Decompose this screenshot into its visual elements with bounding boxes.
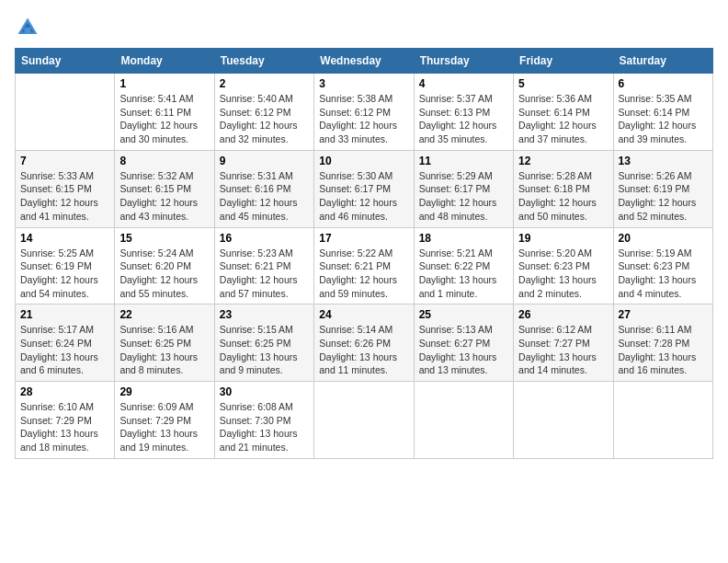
day-number: 5 [518,77,608,90]
calendar-cell: 18Sunrise: 5:21 AM Sunset: 6:22 PM Dayli… [414,227,513,304]
calendar-cell: 26Sunrise: 6:12 AM Sunset: 7:27 PM Dayli… [514,304,613,382]
cell-content: Sunrise: 5:14 AM Sunset: 6:26 PM Dayligh… [319,323,408,377]
header-saturday: Saturday [613,49,712,74]
week-row-4: 28Sunrise: 6:10 AM Sunset: 7:29 PM Dayli… [16,382,713,459]
calendar-cell: 5Sunrise: 5:36 AM Sunset: 6:14 PM Daylig… [514,74,613,151]
cell-content: Sunrise: 5:41 AM Sunset: 6:11 PM Dayligh… [119,92,209,146]
day-number: 18 [419,232,508,245]
day-number: 4 [419,77,508,90]
page-header [15,15,713,40]
cell-content: Sunrise: 5:35 AM Sunset: 6:14 PM Dayligh… [619,92,708,146]
day-number: 14 [20,232,109,245]
header-row: SundayMondayTuesdayWednesdayThursdayFrid… [16,49,713,74]
cell-content: Sunrise: 5:31 AM Sunset: 6:16 PM Dayligh… [220,169,309,224]
week-row-2: 14Sunrise: 5:25 AM Sunset: 6:19 PM Dayli… [16,227,713,304]
calendar-cell: 14Sunrise: 5:25 AM Sunset: 6:19 PM Dayli… [16,227,115,304]
day-number: 21 [20,308,109,321]
cell-content: Sunrise: 5:23 AM Sunset: 6:21 PM Dayligh… [220,247,309,301]
cell-content: Sunrise: 5:16 AM Sunset: 6:25 PM Dayligh… [119,323,209,377]
day-number: 7 [20,155,109,167]
calendar-cell: 28Sunrise: 6:10 AM Sunset: 7:29 PM Dayli… [16,382,115,459]
day-number: 2 [220,77,309,90]
calendar-cell: 24Sunrise: 5:14 AM Sunset: 6:26 PM Dayli… [314,304,414,382]
calendar-header: SundayMondayTuesdayWednesdayThursdayFrid… [16,49,713,74]
cell-content: Sunrise: 5:30 AM Sunset: 6:17 PM Dayligh… [319,169,408,224]
calendar-cell: 22Sunrise: 5:16 AM Sunset: 6:25 PM Dayli… [115,304,214,382]
cell-content: Sunrise: 5:29 AM Sunset: 6:17 PM Dayligh… [419,169,508,224]
calendar-cell: 15Sunrise: 5:24 AM Sunset: 6:20 PM Dayli… [115,227,214,304]
day-number: 3 [319,77,408,90]
svg-rect-2 [25,28,31,34]
day-number: 9 [220,155,309,167]
calendar-cell: 30Sunrise: 6:08 AM Sunset: 7:30 PM Dayli… [214,382,313,459]
calendar-cell: 8Sunrise: 5:32 AM Sunset: 6:15 PM Daylig… [115,150,214,227]
day-number: 13 [619,155,708,167]
header-wednesday: Wednesday [314,49,414,74]
day-number: 23 [220,308,309,321]
calendar-cell: 27Sunrise: 6:11 AM Sunset: 7:28 PM Dayli… [613,304,712,382]
day-number: 27 [619,308,708,321]
calendar-cell: 7Sunrise: 5:33 AM Sunset: 6:15 PM Daylig… [16,150,115,227]
calendar-cell: 4Sunrise: 5:37 AM Sunset: 6:13 PM Daylig… [414,74,513,151]
cell-content: Sunrise: 5:28 AM Sunset: 6:18 PM Dayligh… [518,169,608,224]
cell-content: Sunrise: 5:21 AM Sunset: 6:22 PM Dayligh… [419,247,508,301]
day-number: 6 [619,77,708,90]
day-number: 1 [119,77,209,90]
cell-content: Sunrise: 5:15 AM Sunset: 6:25 PM Dayligh… [220,323,309,377]
header-sunday: Sunday [16,49,115,74]
calendar-cell: 3Sunrise: 5:38 AM Sunset: 6:12 PM Daylig… [314,74,414,151]
header-tuesday: Tuesday [214,49,313,74]
day-number: 25 [419,308,508,321]
week-row-0: 1Sunrise: 5:41 AM Sunset: 6:11 PM Daylig… [16,74,713,151]
day-number: 28 [20,385,109,398]
calendar-cell: 12Sunrise: 5:28 AM Sunset: 6:18 PM Dayli… [514,150,613,227]
calendar-cell: 17Sunrise: 5:22 AM Sunset: 6:21 PM Dayli… [314,227,414,304]
calendar-cell [16,74,115,151]
cell-content: Sunrise: 5:36 AM Sunset: 6:14 PM Dayligh… [518,92,608,146]
calendar-cell: 13Sunrise: 5:26 AM Sunset: 6:19 PM Dayli… [613,150,712,227]
calendar-cell [414,382,513,459]
cell-content: Sunrise: 6:11 AM Sunset: 7:28 PM Dayligh… [619,323,708,377]
calendar-cell: 25Sunrise: 5:13 AM Sunset: 6:27 PM Dayli… [414,304,513,382]
header-thursday: Thursday [414,49,513,74]
cell-content: Sunrise: 5:38 AM Sunset: 6:12 PM Dayligh… [319,92,408,146]
day-number: 12 [518,155,608,167]
calendar-cell [314,382,414,459]
calendar-cell: 29Sunrise: 6:09 AM Sunset: 7:29 PM Dayli… [115,382,214,459]
calendar-table: SundayMondayTuesdayWednesdayThursdayFrid… [15,48,713,459]
calendar-cell: 9Sunrise: 5:31 AM Sunset: 6:16 PM Daylig… [214,150,313,227]
calendar-cell: 16Sunrise: 5:23 AM Sunset: 6:21 PM Dayli… [214,227,313,304]
calendar-cell: 19Sunrise: 5:20 AM Sunset: 6:23 PM Dayli… [514,227,613,304]
calendar-cell [514,382,613,459]
logo [15,15,44,40]
cell-content: Sunrise: 5:13 AM Sunset: 6:27 PM Dayligh… [419,323,508,377]
day-number: 16 [220,232,309,245]
cell-content: Sunrise: 5:26 AM Sunset: 6:19 PM Dayligh… [619,169,708,224]
cell-content: Sunrise: 5:24 AM Sunset: 6:20 PM Dayligh… [119,247,209,301]
week-row-3: 21Sunrise: 5:17 AM Sunset: 6:24 PM Dayli… [16,304,713,382]
calendar-cell [613,382,712,459]
day-number: 19 [518,232,608,245]
cell-content: Sunrise: 5:17 AM Sunset: 6:24 PM Dayligh… [20,323,109,377]
day-number: 22 [119,308,209,321]
header-friday: Friday [514,49,613,74]
cell-content: Sunrise: 5:40 AM Sunset: 6:12 PM Dayligh… [220,92,309,146]
cell-content: Sunrise: 6:10 AM Sunset: 7:29 PM Dayligh… [20,400,109,454]
calendar-cell: 2Sunrise: 5:40 AM Sunset: 6:12 PM Daylig… [214,74,313,151]
calendar-cell: 1Sunrise: 5:41 AM Sunset: 6:11 PM Daylig… [115,74,214,151]
day-number: 26 [518,308,608,321]
day-number: 29 [119,385,209,398]
calendar-cell: 20Sunrise: 5:19 AM Sunset: 6:23 PM Dayli… [613,227,712,304]
cell-content: Sunrise: 5:19 AM Sunset: 6:23 PM Dayligh… [619,247,708,301]
day-number: 20 [619,232,708,245]
calendar-body: 1Sunrise: 5:41 AM Sunset: 6:11 PM Daylig… [16,74,713,459]
calendar-cell: 10Sunrise: 5:30 AM Sunset: 6:17 PM Dayli… [314,150,414,227]
day-number: 10 [319,155,408,167]
cell-content: Sunrise: 5:22 AM Sunset: 6:21 PM Dayligh… [319,247,408,301]
header-monday: Monday [115,49,214,74]
cell-content: Sunrise: 6:09 AM Sunset: 7:29 PM Dayligh… [119,400,209,454]
cell-content: Sunrise: 5:25 AM Sunset: 6:19 PM Dayligh… [20,247,109,301]
calendar-cell: 6Sunrise: 5:35 AM Sunset: 6:14 PM Daylig… [613,74,712,151]
day-number: 17 [319,232,408,245]
logo-icon [15,15,40,40]
